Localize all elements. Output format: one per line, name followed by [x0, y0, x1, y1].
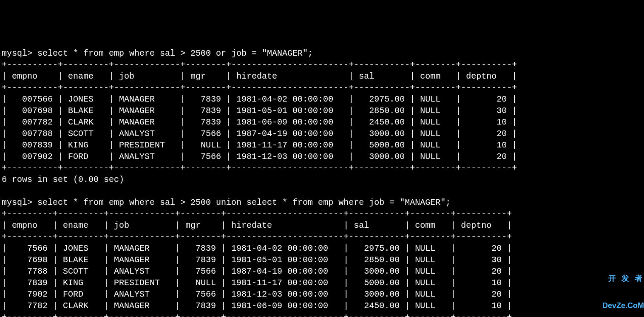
table-border: +---------+---------+-------------+-----… [2, 209, 512, 219]
table-row: | 007902 | FORD | ANALYST | 7566 | 1981-… [2, 152, 517, 161]
table-border: +---------+---------+-------------+-----… [2, 312, 512, 317]
table-header: | empno | ename | job | mgr | hiredate |… [2, 71, 517, 81]
sql-prompt: mysql> [2, 48, 37, 58]
table-border: +----------+---------+-------------+----… [2, 60, 517, 70]
table-row: | 007698 | BLAKE | MANAGER | 7839 | 1981… [2, 106, 517, 116]
table-row: | 007839 | KING | PRESIDENT | NULL | 198… [2, 140, 517, 150]
table-row: | 007782 | CLARK | MANAGER | 7839 | 1981… [2, 117, 517, 127]
table-header: | empno | ename | job | mgr | hiredate |… [2, 221, 512, 230]
table-row: | 7839 | KING | PRESIDENT | NULL | 1981-… [2, 278, 512, 288]
sql-query: select * from emp where sal > 2500 union… [37, 198, 451, 207]
table-border: +----------+---------+-------------+----… [2, 83, 517, 93]
table-row: | 007566 | JONES | MANAGER | 7839 | 1981… [2, 94, 517, 104]
result-status: 6 rows in set (0.00 sec) [2, 175, 124, 184]
sql-query: select * from emp where sal > 2500 or jo… [37, 48, 313, 58]
terminal-output[interactable]: mysql> select * from emp where sal > 250… [2, 48, 644, 317]
table-row: | 7902 | FORD | ANALYST | 7566 | 1981-12… [2, 289, 512, 299]
table-row: | 7788 | SCOTT | ANALYST | 7566 | 1987-0… [2, 266, 512, 276]
table-border: +---------+---------+-------------+-----… [2, 232, 512, 242]
table-border: +----------+---------+-------------+----… [2, 163, 517, 173]
table-row: | 7566 | JONES | MANAGER | 7839 | 1981-0… [2, 243, 512, 253]
table-row: | 7782 | CLARK | MANAGER | 7839 | 1981-0… [2, 301, 512, 311]
table-row: | 007788 | SCOTT | ANALYST | 7566 | 1987… [2, 129, 517, 139]
sql-prompt: mysql> [2, 198, 37, 207]
table-row: | 7698 | BLAKE | MANAGER | 7839 | 1981-0… [2, 255, 512, 265]
